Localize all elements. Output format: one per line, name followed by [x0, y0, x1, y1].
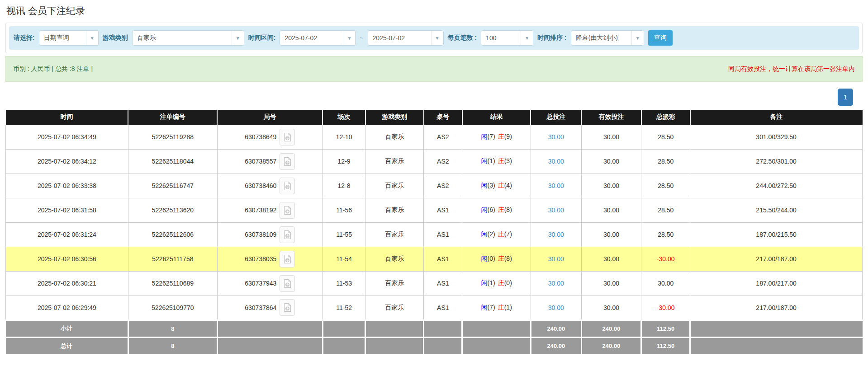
summary-currency-count: 币别 : 人民币 | 总共 :8 注单 |	[13, 65, 93, 73]
chevron-down-icon[interactable]: ▼	[521, 31, 533, 45]
cell-time: 2025-07-02 06:34:12	[6, 149, 128, 174]
grand-total-row: 总计 8 240.00 240.00 112.50	[6, 337, 863, 354]
empty-cell	[217, 320, 323, 337]
table-row: 2025-07-02 06:30:21 522625110689 6307379…	[6, 271, 863, 296]
cell-result: 闲(7)庄(1)	[462, 296, 531, 320]
pagination: 1	[5, 89, 853, 106]
cell-time: 2025-07-02 06:30:21	[6, 271, 128, 296]
sort-select[interactable]: 降幕(由大到小) ▼	[571, 30, 644, 46]
cell-bet-id: 522625116747	[128, 174, 217, 198]
query-type-select[interactable]: 日期查询 ▼	[39, 30, 99, 46]
cell-total-bet: 30.00	[531, 271, 581, 296]
page-1-button[interactable]: 1	[838, 89, 853, 106]
table-footer: 小计 8 240.00 240.00 112.50 总计 8	[6, 320, 863, 354]
empty-cell	[365, 320, 424, 337]
game-type-select[interactable]: 百家乐 ▼	[132, 30, 244, 46]
video-replay-button[interactable]	[280, 153, 295, 170]
result-player-label: 闲	[481, 255, 488, 262]
chevron-down-icon[interactable]: ▼	[86, 31, 98, 45]
cell-note: 272.50/301.00	[690, 149, 863, 174]
video-replay-button[interactable]	[280, 226, 295, 243]
table-row: 2025-07-02 06:33:38 522625116747 6307384…	[6, 174, 863, 198]
video-replay-button[interactable]	[280, 202, 295, 219]
subtotal-row: 小计 8 240.00 240.00 112.50	[6, 320, 863, 337]
table-header: 时间 注单编号 局号 场次 游戏类别 桌号 结果 总投注 有效投注 总派彩 备注	[6, 110, 863, 125]
cell-round-no: 630738649	[217, 125, 323, 149]
result-banker-number: (0)	[504, 279, 512, 286]
cell-note: 217.00/187.00	[690, 296, 863, 320]
cell-session: 11-53	[323, 271, 365, 296]
filter-bar: 请选择: 日期查询 ▼ 游戏类别 百家乐 ▼ 时间区间: 2025-07-02 …	[9, 26, 859, 50]
video-replay-button[interactable]	[280, 275, 295, 292]
sort-label: 时间排序 :	[537, 34, 567, 42]
cell-bet-id: 522625109770	[128, 296, 217, 320]
table-row: 2025-07-02 06:30:56 522625111758 6307380…	[6, 247, 863, 271]
table-body: 2025-07-02 06:34:49 522625119288 6307386…	[6, 125, 863, 320]
cell-bet-id: 522625112606	[128, 222, 217, 247]
result-player-label: 闲	[481, 133, 488, 140]
video-replay-button[interactable]	[280, 129, 295, 145]
result-banker-number: (4)	[504, 182, 512, 189]
cell-game-type: 百家乐	[365, 271, 424, 296]
video-file-icon	[283, 279, 292, 288]
result-banker-number: (8)	[504, 206, 512, 213]
video-replay-button[interactable]	[280, 178, 295, 194]
empty-cell	[690, 337, 863, 354]
cell-valid-bet: 30.00	[581, 149, 641, 174]
cell-payout: 28.50	[641, 149, 690, 174]
cell-time: 2025-07-02 06:31:58	[6, 198, 128, 222]
cell-total-bet: 30.00	[531, 296, 581, 320]
total-bet-link[interactable]: 30.00	[548, 280, 564, 287]
cell-result: 闲(0)庄(8)	[462, 247, 531, 271]
result-player-label: 闲	[481, 230, 488, 238]
subtotal-label: 小计	[6, 320, 128, 337]
total-bet-link[interactable]: 30.00	[548, 231, 564, 238]
search-button[interactable]: 查询	[648, 30, 673, 46]
chevron-down-icon[interactable]: ▼	[431, 31, 443, 45]
total-bet-link[interactable]: 30.00	[548, 255, 564, 263]
total-bet-link[interactable]: 30.00	[548, 158, 564, 165]
cell-note: 187.00/215.50	[690, 222, 863, 247]
video-file-icon	[283, 303, 292, 312]
total-bet-link[interactable]: 30.00	[548, 133, 564, 141]
cell-valid-bet: 30.00	[581, 222, 641, 247]
cell-time: 2025-07-02 06:30:56	[6, 247, 128, 271]
cell-bet-id: 522625113620	[128, 198, 217, 222]
page-size-select[interactable]: 100 ▼	[481, 30, 533, 46]
chevron-down-icon[interactable]: ▼	[343, 31, 355, 45]
result-player-number: (7)	[488, 304, 495, 311]
result-banker-number: (8)	[504, 255, 512, 262]
result-banker-label: 庄	[498, 182, 504, 189]
cell-time: 2025-07-02 06:31:24	[6, 222, 128, 247]
cell-session: 12-10	[323, 125, 365, 149]
cell-round-no: 630738192	[217, 198, 323, 222]
cell-bet-id: 522625111758	[128, 247, 217, 271]
cell-round-no: 630738109	[217, 222, 323, 247]
cell-valid-bet: 30.00	[581, 198, 641, 222]
video-replay-button[interactable]	[280, 251, 295, 267]
cell-round-no: 630737943	[217, 271, 323, 296]
total-bet-link[interactable]: 30.00	[548, 304, 564, 311]
cell-note: 244.00/272.50	[690, 174, 863, 198]
cell-result: 闲(6)庄(8)	[462, 198, 531, 222]
date-to-select[interactable]: 2025-07-02 ▼	[368, 30, 444, 46]
video-replay-button[interactable]	[280, 299, 295, 316]
header-note: 备注	[690, 110, 863, 125]
cell-valid-bet: 30.00	[581, 247, 641, 271]
sort-value: 降幕(由大到小)	[571, 31, 631, 45]
cell-session: 11-56	[323, 198, 365, 222]
round-no-text: 630738109	[245, 231, 276, 238]
chevron-down-icon[interactable]: ▼	[631, 31, 644, 45]
cell-payout: 28.50	[641, 125, 690, 149]
cell-payout: 28.50	[641, 174, 690, 198]
cell-table-no: AS2	[424, 174, 462, 198]
result-banker-number: (9)	[504, 133, 512, 140]
cell-note: 301.00/329.50	[690, 125, 863, 149]
header-round-no: 局号	[217, 110, 323, 125]
date-from-select[interactable]: 2025-07-02 ▼	[280, 30, 356, 46]
chevron-down-icon[interactable]: ▼	[232, 31, 244, 45]
grand-total-count: 8	[128, 337, 217, 354]
total-bet-link[interactable]: 30.00	[548, 206, 564, 214]
empty-cell	[217, 337, 323, 354]
total-bet-link[interactable]: 30.00	[548, 182, 564, 189]
